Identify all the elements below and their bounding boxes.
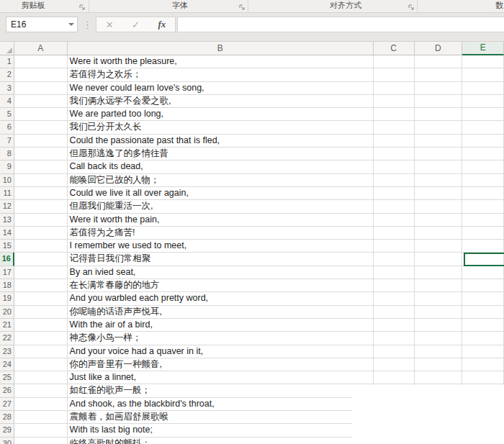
cell-C21[interactable] [374,319,415,332]
cell-D15[interactable] [415,240,463,253]
cell-C25[interactable] [374,371,415,384]
cell-D14[interactable] [415,227,463,240]
cell-B30[interactable]: 临终高歌时的颤抖； [68,438,374,444]
column-header-D[interactable]: D [415,42,463,55]
cell-B4[interactable]: 我们俩永远学不会爱之歌, [68,95,374,108]
row-header-28[interactable]: 28 [0,411,14,424]
cell-B9[interactable]: Call back its dead, [68,160,374,173]
cell-B18[interactable]: 在长满常春藤的的地方 [68,279,374,292]
cell-A19[interactable] [14,292,68,305]
name-box[interactable]: E16 [6,17,78,32]
cell-B24[interactable]: 你的声音里有一种颤音, [68,358,374,371]
row-header-2[interactable]: 2 [0,68,14,81]
cell-E13[interactable] [462,214,504,227]
row-header-20[interactable]: 20 [0,306,14,319]
cell-C14[interactable] [374,227,415,240]
cell-C16[interactable] [374,253,415,266]
cell-A9[interactable] [14,160,68,173]
cell-B6[interactable]: 我们已分开太久长 [68,121,374,134]
row-header-11[interactable]: 11 [0,187,14,200]
cell-D21[interactable] [415,319,463,332]
row-header-10[interactable]: 10 [0,174,14,187]
cell-D12[interactable] [415,200,463,213]
cell-E1[interactable] [462,55,504,68]
cell-E14[interactable] [462,227,504,240]
cell-A2[interactable] [14,68,68,81]
cell-A29[interactable] [14,424,68,437]
cell-E20[interactable] [462,306,504,319]
cell-A13[interactable] [14,214,68,227]
cell-E23[interactable] [462,345,504,358]
cell-D20[interactable] [415,306,463,319]
cell-B21[interactable]: With the air of a bird, [68,319,374,332]
cell-D23[interactable] [415,345,463,358]
cell-C10[interactable] [374,174,415,187]
cell-A12[interactable] [14,200,68,213]
row-header-8[interactable]: 8 [0,148,14,160]
cell-A17[interactable] [14,266,68,279]
cell-B1[interactable]: Were it worth the pleasure, [68,55,374,68]
cell-D8[interactable] [415,148,463,160]
cell-A23[interactable] [14,345,68,358]
cell-D25[interactable] [415,371,463,384]
cell-A27[interactable] [14,398,68,411]
cell-B11[interactable]: Could we live it all over again, [68,187,374,200]
row-header-9[interactable]: 9 [0,160,14,173]
select-all-button[interactable] [0,42,14,55]
cancel-icon[interactable]: ✕ [96,17,122,32]
row-header-23[interactable]: 23 [0,345,14,358]
cell-B29[interactable]: With its last big note; [68,424,374,437]
cell-A7[interactable] [14,135,68,148]
cell-D11[interactable] [415,187,463,200]
cell-D6[interactable] [415,121,463,134]
cell-D4[interactable] [415,95,463,108]
enter-icon[interactable]: ✓ [122,17,148,32]
cell-A22[interactable] [14,332,68,345]
cell-B16[interactable]: 记得昔日我们常相聚 [68,253,374,266]
row-header-5[interactable]: 5 [0,108,14,121]
cell-D1[interactable] [415,55,463,68]
cell-C22[interactable] [374,332,415,345]
cell-E10[interactable] [462,174,504,187]
cell-C13[interactable] [374,214,415,227]
row-header-24[interactable]: 24 [0,358,14,371]
cell-C6[interactable] [374,121,415,134]
cell-D19[interactable] [415,292,463,305]
formula-bar-drag-handle-icon[interactable]: ⋮ [82,17,92,32]
cell-C9[interactable] [374,160,415,173]
cell-A16[interactable] [14,253,68,266]
cell-B25[interactable]: Just like a linnet, [68,371,374,384]
cell-D3[interactable] [415,82,463,95]
cell-B15[interactable]: I remember we used to meet, [68,240,374,253]
cell-C1[interactable] [374,55,415,68]
cell-B13[interactable]: Were it worth the pain, [68,214,374,227]
cell-B27[interactable]: And shook, as the blackbird's throat, [68,398,374,411]
cell-E9[interactable] [462,160,504,173]
cell-C23[interactable] [374,345,415,358]
column-header-E[interactable]: E [462,42,504,55]
cell-D18[interactable] [415,279,463,292]
cell-C15[interactable] [374,240,415,253]
cell-D5[interactable] [415,108,463,121]
cell-D24[interactable] [415,358,463,371]
cell-E22[interactable] [462,332,504,345]
row-header-18[interactable]: 18 [0,279,14,292]
cell-A20[interactable] [14,306,68,319]
cell-E7[interactable] [462,135,504,148]
cell-D16[interactable] [415,253,463,266]
cell-C20[interactable] [374,306,415,319]
cell-A11[interactable] [14,187,68,200]
column-header-C[interactable]: C [374,42,415,55]
cell-A28[interactable] [14,411,68,424]
cell-D7[interactable] [415,135,463,148]
insert-function-icon[interactable]: fx [149,17,175,32]
row-header-14[interactable]: 14 [0,227,14,240]
cell-B23[interactable]: And your voice had a quaver in it, [68,345,374,358]
cell-E16[interactable] [462,253,504,266]
cell-D2[interactable] [415,68,463,81]
name-box-dropdown-icon[interactable] [66,17,77,32]
row-header-19[interactable]: 19 [0,292,14,305]
row-header-15[interactable]: 15 [0,240,14,253]
cell-C8[interactable] [374,148,415,160]
cell-D22[interactable] [415,332,463,345]
